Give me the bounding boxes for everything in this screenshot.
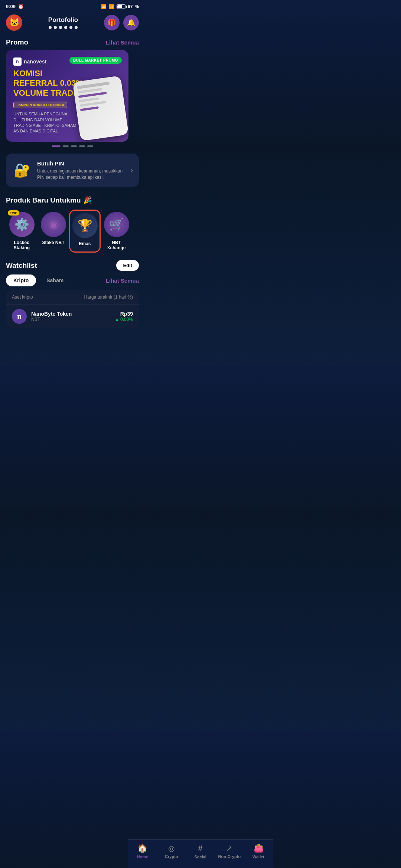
watchlist-tabs: Kripto Saham Lihat Semua <box>0 274 145 290</box>
promo-dot-2 <box>63 145 69 147</box>
promo-dot-active <box>52 145 61 147</box>
party-emoji: 🎉 <box>83 196 92 204</box>
coin-name: NanoByte Token <box>31 311 110 317</box>
battery-fill <box>117 5 122 8</box>
table-row[interactable]: n NanoByte Token NBT Rp39 ▲ 0.00% <box>6 304 139 328</box>
portfolio-title: Portofolio <box>48 16 78 24</box>
vip-badge: +VIP <box>8 210 20 216</box>
produk-title: Produk Baru Untukmu 🎉 <box>0 196 145 210</box>
locked-staking-icon: ⚙️ +VIP <box>9 212 35 237</box>
produk-item-stake-nbt[interactable]: ◉ Stake NBT <box>38 210 69 253</box>
promo-dot-4 <box>79 145 85 147</box>
emas-label: Emas <box>79 241 91 246</box>
change-pct: 0.00% <box>120 317 133 322</box>
nbt-xchange-emoji: 🛒 <box>109 217 124 231</box>
watchlist-table: Aset kripto Harga terakhir (1 hari %) n … <box>6 290 139 328</box>
table-col-price: Harga terakhir (1 hari %) <box>84 295 133 300</box>
nbt-xchange-icon: 🛒 <box>104 212 129 237</box>
dot-3 <box>59 26 62 29</box>
nanovest-logo-icon: n <box>13 57 22 66</box>
battery-pct: 67 <box>128 4 133 9</box>
locked-staking-emoji: ⚙️ <box>14 217 29 231</box>
promo-see-all[interactable]: Lihat Semua <box>106 39 139 46</box>
stake-nbt-icon: ◉ <box>41 212 66 237</box>
tab-kripto[interactable]: Kripto <box>6 274 36 286</box>
produk-title-text: Produk Baru Untukmu <box>6 196 81 204</box>
pin-desc: Untuk meningkatkan keamanan, masukkan PI… <box>37 168 125 181</box>
coin-ticker: NBT <box>31 317 110 322</box>
stake-nbt-label: Stake NBT <box>42 240 64 245</box>
status-left: 9:09 ⏰ <box>6 4 24 9</box>
promo-dot-3 <box>71 145 77 147</box>
pin-title: Butuh PIN <box>37 160 125 167</box>
phone-line-1 <box>77 82 110 89</box>
table-col-asset: Aset kripto <box>12 295 33 300</box>
dot-1 <box>49 26 52 29</box>
promo-desc: UNTUK SEMUA PENGGUNA, DIHITUNG DARI VOLU… <box>13 111 80 134</box>
header: 🐱 Portofolio 🎁 🔔 <box>0 11 145 35</box>
coin-price: Rp39 ▲ 0.00% <box>115 311 133 322</box>
emas-icon: 🏆 <box>72 213 98 238</box>
time: 9:09 <box>6 4 16 9</box>
phone-line-4 <box>79 97 99 102</box>
dot-5 <box>69 26 72 29</box>
promo-dots-indicator <box>0 142 145 148</box>
coin-change: ▲ 0.00% <box>115 317 133 322</box>
battery-icon <box>117 4 125 9</box>
phone-line-6 <box>80 106 99 111</box>
produk-item-nbt-xchange[interactable]: 🛒 NBTXchange <box>101 210 132 253</box>
produk-baru-section: Produk Baru Untukmu 🎉 ⚙️ +VIP LockedStak… <box>0 192 145 254</box>
notification-button[interactable]: 🔔 <box>123 15 139 30</box>
status-bar: 9:09 ⏰ 📶 📶 67% <box>0 0 145 11</box>
pin-card[interactable]: 🔐 Butuh PIN Untuk meningkatkan keamanan,… <box>6 154 139 187</box>
avatar[interactable]: 🐱 <box>6 14 22 31</box>
alarm-icon: ⏰ <box>18 4 24 9</box>
locked-staking-label: LockedStaking <box>14 240 30 250</box>
pin-arrow-icon: › <box>131 167 133 174</box>
watchlist-title: Watchlist <box>6 262 37 270</box>
page-dots <box>48 26 78 29</box>
coin-info-nbt: NanoByte Token NBT <box>31 311 110 322</box>
header-center: Portofolio <box>48 16 78 29</box>
tab-saham[interactable]: Saham <box>39 274 71 286</box>
watchlist-header: Watchlist Edit <box>0 254 145 274</box>
promo-title: Promo <box>6 38 28 46</box>
promo-dot-5 <box>87 145 93 147</box>
nanovest-logo-text: nanovest <box>24 59 46 65</box>
edit-button[interactable]: Edit <box>116 260 139 271</box>
promo-badge: BULL MARKET PROMO <box>69 57 122 64</box>
header-icons: 🎁 🔔 <box>104 15 139 30</box>
promo-scroll: n nanovest BULL MARKET PROMO KOMISIREFER… <box>0 50 145 142</box>
phone-mockup <box>72 75 128 141</box>
gift-button[interactable]: 🎁 <box>104 15 120 30</box>
wifi-icon: 📶 <box>109 4 114 9</box>
promo-section-header: Promo Lihat Semua <box>0 35 145 50</box>
nbt-xchange-label: NBTXchange <box>107 240 125 250</box>
bottom-spacer <box>0 328 145 365</box>
table-header: Aset kripto Harga terakhir (1 hari %) <box>6 290 139 304</box>
coin-avatar-letter: n <box>17 312 22 321</box>
change-arrow-icon: ▲ <box>115 317 119 322</box>
pin-lock-icon: 🔐 <box>12 160 32 180</box>
watchlist-see-all[interactable]: Lihat Semua <box>106 277 139 284</box>
dot-4 <box>64 26 67 29</box>
produk-item-emas[interactable]: 🏆 Emas <box>69 210 101 253</box>
produk-item-locked-staking[interactable]: ⚙️ +VIP LockedStaking <box>6 210 38 253</box>
stake-nbt-emoji: ◉ <box>49 218 58 231</box>
promo-sub-badge: JAMINAN KOMISI TERTINGGI <box>13 102 67 108</box>
signal-icon: 📶 <box>101 4 107 9</box>
status-right: 📶 📶 67% <box>101 4 139 9</box>
emas-emoji: 🏆 <box>78 218 92 233</box>
pin-text: Butuh PIN Untuk meningkatkan keamanan, m… <box>37 160 125 181</box>
coin-avatar-nbt: n <box>12 309 27 324</box>
dot-2 <box>54 26 57 29</box>
dot-6 <box>75 26 78 29</box>
promo-card[interactable]: n nanovest BULL MARKET PROMO KOMISIREFER… <box>6 50 128 142</box>
coin-price-value: Rp39 <box>115 311 133 317</box>
produk-grid: ⚙️ +VIP LockedStaking ◉ Stake NBT 🏆 Emas… <box>0 210 145 253</box>
